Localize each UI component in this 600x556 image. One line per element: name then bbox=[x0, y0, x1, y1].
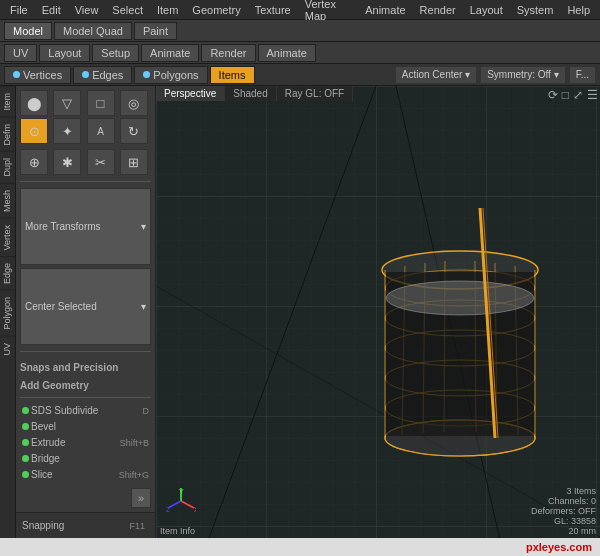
toolbar-uv[interactable]: UV bbox=[4, 44, 37, 62]
toolbar-row-1: Model Model Quad Paint bbox=[0, 20, 600, 42]
svg-text:Y: Y bbox=[179, 488, 184, 495]
toolbar-paint[interactable]: Paint bbox=[134, 22, 177, 40]
menu-item[interactable]: Item bbox=[151, 2, 184, 18]
menu-animate[interactable]: Animate bbox=[359, 2, 411, 18]
menu-file[interactable]: File bbox=[4, 2, 34, 18]
toolbar-animate[interactable]: Animate bbox=[141, 44, 199, 62]
menu-view[interactable]: View bbox=[69, 2, 105, 18]
info-deformers: Deformers: OFF bbox=[531, 506, 596, 516]
menu-layout[interactable]: Layout bbox=[464, 2, 509, 18]
info-size: 20 mm bbox=[531, 526, 596, 536]
item-info-label: Item Info bbox=[160, 526, 195, 536]
info-gl: GL: 33858 bbox=[531, 516, 596, 526]
tool-star[interactable]: ✦ bbox=[53, 118, 81, 144]
menu-help[interactable]: Help bbox=[561, 2, 596, 18]
tool-icon-grid2: ⊕ ✱ ✂ ⊞ bbox=[20, 149, 151, 175]
tool-rotate[interactable]: ↻ bbox=[120, 118, 148, 144]
svg-text:X: X bbox=[194, 506, 196, 513]
info-items: 3 Items bbox=[531, 486, 596, 496]
dropdown-arrow: ▾ bbox=[141, 221, 146, 232]
side-tab-edge[interactable]: Edge bbox=[0, 256, 15, 290]
toolbar-animate2[interactable]: Animate bbox=[258, 44, 316, 62]
watermark-domain: .com bbox=[566, 541, 592, 553]
panel-content: ⬤ ▽ □ ◎ ⊙ ✦ A ↻ ⊕ ✱ ✂ ⊞ bbox=[16, 86, 155, 512]
component-tabs-row: Vertices Edges Polygons Items Action Cen… bbox=[0, 64, 600, 86]
side-tabs: Item Defm Dupl Mesh Vertex Edge Polygon … bbox=[0, 86, 16, 538]
side-tab-vertex[interactable]: Vertex bbox=[0, 218, 15, 257]
tool-grid[interactable]: ⊞ bbox=[120, 149, 148, 175]
tool-mult[interactable]: ✱ bbox=[53, 149, 81, 175]
menu-system[interactable]: System bbox=[511, 2, 560, 18]
tab-edges[interactable]: Edges bbox=[73, 66, 132, 84]
menu-bar: File Edit View Select Item Geometry Text… bbox=[0, 0, 600, 20]
divider2 bbox=[20, 351, 151, 352]
toolbar-model-quad[interactable]: Model Quad bbox=[54, 22, 132, 40]
add-geometry-label: Add Geometry bbox=[20, 380, 151, 391]
side-tab-mesh[interactable]: Mesh bbox=[0, 183, 15, 218]
vp-icon-camera[interactable]: □ bbox=[562, 88, 569, 102]
tool-add[interactable]: ⊕ bbox=[20, 149, 48, 175]
toolbar-setup[interactable]: Setup bbox=[92, 44, 139, 62]
cup-wireframe bbox=[350, 198, 570, 478]
menu-texture[interactable]: Texture bbox=[249, 2, 297, 18]
snaps-label: Snaps and Precision bbox=[20, 362, 151, 373]
divider3 bbox=[20, 397, 151, 398]
toolbar-row-2: UV Layout Setup Animate Render Animate bbox=[0, 42, 600, 64]
tool-sphere[interactable]: ⊙ bbox=[20, 118, 48, 144]
entry-bridge[interactable]: Bridge bbox=[20, 452, 151, 465]
side-tab-uv[interactable]: UV bbox=[0, 336, 15, 362]
entry-bevel[interactable]: Bevel bbox=[20, 420, 151, 433]
toolbar-layout[interactable]: Layout bbox=[39, 44, 90, 62]
watermark-text: px bbox=[526, 541, 539, 553]
toolbar-render[interactable]: Render bbox=[201, 44, 255, 62]
left-panel-area: Item Defm Dupl Mesh Vertex Edge Polygon … bbox=[0, 86, 156, 538]
symmetry-btn[interactable]: Symmetry: Off ▾ bbox=[480, 66, 566, 84]
side-tab-item[interactable]: Item bbox=[0, 86, 15, 117]
center-selected-dropdown[interactable]: Center Selected ▾ bbox=[20, 268, 151, 345]
vp-icon-menu[interactable]: ☰ bbox=[587, 88, 598, 102]
tool-circle[interactable]: ⬤ bbox=[20, 90, 48, 116]
side-tab-dupl[interactable]: Dupl bbox=[0, 151, 15, 183]
vp-tab-perspective[interactable]: Perspective bbox=[156, 86, 225, 101]
vp-icon-sync[interactable]: ⟳ bbox=[548, 88, 558, 102]
side-tab-polygon[interactable]: Polygon bbox=[0, 290, 15, 336]
left-panel: ⬤ ▽ □ ◎ ⊙ ✦ A ↻ ⊕ ✱ ✂ ⊞ bbox=[16, 86, 156, 538]
entry-extrude[interactable]: Extrude Shift+B bbox=[20, 436, 151, 449]
axis-indicator: X Y Z bbox=[166, 486, 196, 518]
menu-geometry[interactable]: Geometry bbox=[186, 2, 246, 18]
watermark-accent: leyes bbox=[539, 541, 567, 553]
divider1 bbox=[20, 181, 151, 182]
f-btn[interactable]: F... bbox=[569, 66, 596, 84]
tool-text[interactable]: A bbox=[87, 118, 115, 144]
snapping-panel: Snapping F11 bbox=[16, 512, 155, 538]
viewport[interactable]: Perspective Shaded Ray GL: OFF ⟳ □ ⤢ ☰ X… bbox=[156, 86, 600, 538]
toolbar-model[interactable]: Model bbox=[4, 22, 52, 40]
tool-torus[interactable]: ◎ bbox=[120, 90, 148, 116]
snapping-label: Snapping bbox=[22, 520, 64, 531]
vp-icon-expand[interactable]: ⤢ bbox=[573, 88, 583, 102]
tab-items[interactable]: Items bbox=[210, 66, 255, 84]
side-tab-defm[interactable]: Defm bbox=[0, 117, 15, 152]
svg-line-26 bbox=[181, 501, 194, 508]
tool-cone[interactable]: ▽ bbox=[53, 90, 81, 116]
watermark: pxleyes.com bbox=[0, 538, 600, 556]
vp-tab-shaded[interactable]: Shaded bbox=[225, 86, 276, 101]
tool-cut[interactable]: ✂ bbox=[87, 149, 115, 175]
tab-vertices[interactable]: Vertices bbox=[4, 66, 71, 84]
menu-edit[interactable]: Edit bbox=[36, 2, 67, 18]
entry-sds-subdivide[interactable]: SDS Subdivide D bbox=[20, 404, 151, 417]
snapping-key: F11 bbox=[129, 521, 149, 531]
entry-slice[interactable]: Slice Shift+G bbox=[20, 468, 151, 481]
vp-tab-raygl[interactable]: Ray GL: OFF bbox=[277, 86, 353, 101]
action-center-btn[interactable]: Action Center ▾ bbox=[395, 66, 477, 84]
expand-panel-btn[interactable]: » bbox=[131, 488, 151, 508]
tab-polygons[interactable]: Polygons bbox=[134, 66, 207, 84]
menu-render[interactable]: Render bbox=[414, 2, 462, 18]
info-channels: Channels: 0 bbox=[531, 496, 596, 506]
tool-cube[interactable]: □ bbox=[87, 90, 115, 116]
dropdown-arrow2: ▾ bbox=[141, 301, 146, 312]
menu-select[interactable]: Select bbox=[106, 2, 149, 18]
viewport-info: 3 Items Channels: 0 Deformers: OFF GL: 3… bbox=[531, 486, 596, 536]
more-transforms-dropdown[interactable]: More Transforms ▾ bbox=[20, 188, 151, 265]
svg-text:Z: Z bbox=[166, 506, 171, 513]
